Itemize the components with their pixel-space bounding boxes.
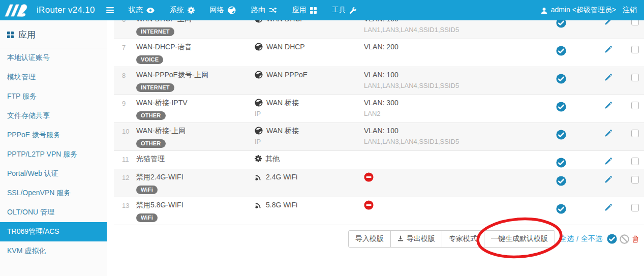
row-number: 12 (114, 172, 136, 197)
nav-item-label: 状态 (129, 6, 143, 15)
nav-item-label: 系统 (170, 6, 184, 15)
vlan-label: VLAN: 100 (364, 126, 532, 135)
button-label: 导出模版 (407, 234, 435, 243)
status-enabled-icon[interactable] (556, 204, 566, 214)
nav-item-network[interactable]: 网络 (202, 0, 243, 20)
edit-icon[interactable] (604, 176, 612, 183)
select-all-link[interactable]: 全选 (560, 234, 574, 243)
nav-item-status[interactable]: 状态 (121, 0, 162, 20)
row-number: 6 (114, 20, 136, 39)
sidebar-item-pppoe-dial-service[interactable]: PPPoE 拨号服务 (0, 126, 107, 145)
edit-icon[interactable] (604, 204, 612, 211)
lan-list: LAN1,LAN3,LAN4,SSID1,SSID5 (364, 82, 532, 89)
button-label: 专家模式 (449, 234, 477, 243)
table-row: 12禁用2.4G-WIFIWiFi2.4G WiFi (114, 169, 644, 197)
type-label: WAN DHCP (266, 42, 305, 51)
globe-icon (255, 99, 263, 107)
row-checkbox[interactable] (631, 158, 639, 165)
category-badge: WiFi (136, 186, 158, 194)
sidebar-item-ssl-openvpn-service[interactable]: SSL/OpenVPN 服务 (0, 183, 107, 203)
status-enabled-icon[interactable] (556, 46, 566, 56)
nav-item-apps[interactable]: 应用 (285, 0, 324, 20)
nav-item-routing[interactable]: 路由 (243, 0, 285, 20)
sidebar-item-file-storage-share[interactable]: 文件存储共享 (0, 106, 107, 126)
status-enabled-icon[interactable] (556, 176, 566, 186)
nav-item-tools[interactable]: 工具 (324, 0, 364, 20)
row-checkbox[interactable] (631, 46, 639, 53)
edit-icon[interactable] (604, 130, 612, 137)
lan-list: LAN1,LAN3,LAN4,SSID1,SSID5 (364, 138, 532, 145)
edit-icon[interactable] (604, 102, 612, 109)
main-menu: 状态系统网络路由应用工具 (121, 0, 364, 20)
edit-icon[interactable] (604, 158, 612, 165)
sidebar: 应用 本地认证账号模块管理FTP 服务文件存储共享PPPoE 拨号服务PPTP/… (0, 20, 107, 276)
user-label: admin <超级管理员> (551, 6, 616, 15)
template-name: WAN-桥接-上网 (136, 126, 255, 135)
table-row: 7WAN-DHCP-语音VOICEWAN DHCPVLAN: 200 (114, 39, 644, 67)
vlan-label: VLAN: 200 (364, 42, 532, 51)
grid-icon (7, 32, 14, 38)
export-template-button[interactable]: 导出模版 (390, 230, 442, 248)
sidebar-item-olt-onu-management[interactable]: OLT/ONU 管理 (0, 203, 107, 222)
sidebar-item-pptp-l2tp-vpn-service[interactable]: PPTP/L2TP VPN 服务 (0, 145, 107, 164)
select-none-link[interactable]: 全不选 (581, 234, 602, 243)
table-row: 10WAN-桥接-上网OTHERWAN 桥接IPVLAN: 100LAN1,LA… (114, 123, 644, 151)
nav-item-system[interactable]: 系统 (162, 0, 202, 20)
row-number: 10 (114, 126, 136, 150)
sidebar-item-tr069-acs[interactable]: TR069管理/ACS (0, 222, 107, 241)
edit-icon[interactable] (604, 46, 612, 53)
sidebar-item-kvm-virtualization[interactable]: KVM 虚拟化 (0, 241, 107, 261)
type-label: 5.8G WiFi (266, 200, 297, 209)
row-checkbox[interactable] (631, 102, 639, 109)
disabled-status-icon (364, 203, 374, 211)
sidebar-item-portal-web-auth[interactable]: Portal/Web 认证 (0, 164, 107, 183)
user-area: admin <超级管理员> 注销 (541, 6, 644, 15)
sidebar-item-ftp-service[interactable]: FTP 服务 (0, 87, 107, 106)
hamburger-menu-icon[interactable] (106, 7, 114, 14)
nav-item-label: 路由 (251, 6, 265, 15)
delete-trash-icon[interactable] (632, 235, 639, 243)
brand-logo-icon (3, 3, 32, 18)
import-template-button[interactable]: 导入模版 (348, 230, 391, 248)
type-label: WAN 桥接 (266, 98, 299, 107)
bulk-action-icons (607, 234, 639, 244)
app-title: iRouter v24.10 (37, 5, 95, 15)
edit-icon[interactable] (604, 20, 612, 25)
type-label: 2.4G WiFi (266, 172, 297, 181)
logout-link[interactable]: 注销 (623, 6, 637, 15)
type-label: 其他 (265, 154, 280, 163)
generate-default-template-button[interactable]: 一键生成默认模版 (484, 230, 555, 248)
bulk-enable-icon[interactable] (607, 234, 617, 244)
status-enabled-icon[interactable] (556, 20, 566, 28)
grid-icon (310, 7, 317, 14)
edit-icon[interactable] (604, 74, 612, 81)
status-enabled-icon[interactable] (556, 158, 566, 168)
row-checkbox[interactable] (631, 204, 639, 211)
sidebar-item-local-auth-accounts[interactable]: 本地认证账号 (0, 48, 107, 68)
vlan-label: VLAN: 100 (364, 20, 532, 23)
vlan-label: VLAN: 300 (364, 98, 532, 107)
globe-icon (255, 127, 263, 135)
row-number: 11 (114, 154, 136, 169)
row-checkbox[interactable] (631, 176, 639, 183)
lan-list: LAN1,LAN3,LAN4,SSID1,SSID5 (364, 26, 532, 34)
status-enabled-icon[interactable] (556, 74, 566, 84)
selection-links: 全选 / 全不选 (560, 234, 602, 243)
status-enabled-icon[interactable] (556, 130, 566, 140)
row-checkbox[interactable] (631, 74, 639, 81)
nav-item-label: 网络 (210, 6, 224, 15)
template-name: WAN-DHCP-语音 (136, 42, 255, 51)
status-enabled-icon[interactable] (556, 102, 566, 112)
row-number: 7 (114, 42, 136, 67)
type-label: WAN 桥接 (266, 126, 299, 135)
button-label: 一键生成默认模版 (491, 234, 548, 243)
sidebar-item-module-management[interactable]: 模块管理 (0, 68, 107, 87)
template-name: WAN-PPPoE拨号-上网 (136, 70, 255, 79)
row-checkbox[interactable] (631, 130, 639, 137)
globe-icon (255, 71, 263, 79)
bulk-disable-icon[interactable] (620, 234, 629, 244)
expert-mode-button[interactable]: 专家模式 (442, 230, 484, 248)
category-badge: INTERNET (136, 27, 174, 36)
row-checkbox[interactable] (631, 20, 639, 25)
row-number: 8 (114, 70, 136, 95)
